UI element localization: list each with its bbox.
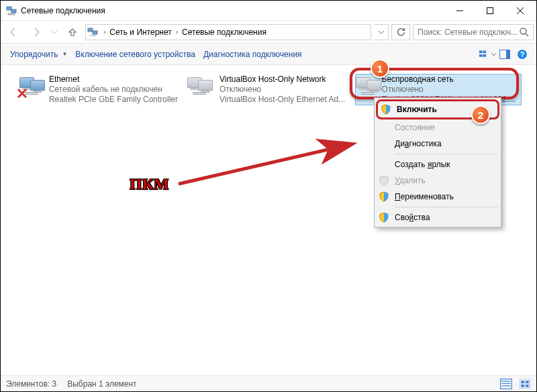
menu-delete: Удалить	[376, 173, 499, 189]
svg-rect-10	[479, 54, 483, 57]
details-view-icon[interactable]	[500, 379, 512, 389]
navigation-bar: › Сеть и Интернет › Сетевые подключения	[1, 21, 536, 44]
svg-rect-24	[521, 385, 524, 387]
search-input[interactable]	[416, 27, 518, 38]
svg-rect-1	[11, 9, 16, 13]
svg-rect-3	[487, 7, 493, 13]
svg-rect-8	[479, 50, 483, 53]
minimize-button[interactable]	[444, 1, 475, 20]
svg-rect-21	[520, 379, 531, 389]
menu-diagnose[interactable]: Диагностика	[376, 136, 499, 152]
adapter-status: Отключено	[219, 85, 345, 95]
status-selected-count: Выбран 1 элемент	[67, 379, 136, 389]
status-bar: Элементов: 3 Выбран 1 элемент	[1, 375, 536, 391]
svg-rect-4	[88, 28, 93, 32]
svg-point-7	[520, 28, 526, 34]
network-adapter-icon	[187, 75, 215, 99]
address-bar[interactable]: › Сеть и Интернет › Сетевые подключения	[85, 24, 371, 40]
enable-device-button[interactable]: Включение сетевого устройства	[71, 47, 199, 62]
menu-create-shortcut[interactable]: Создать ярлык	[376, 156, 499, 173]
adapter-name: Ethernet	[49, 75, 178, 85]
refresh-button[interactable]	[391, 24, 410, 40]
search-icon	[518, 27, 530, 38]
svg-rect-0	[7, 7, 11, 10]
shield-icon	[381, 104, 391, 115]
address-dropdown[interactable]	[374, 24, 389, 40]
network-adapter-icon	[19, 75, 45, 99]
menu-separator	[395, 154, 498, 154]
organize-button[interactable]: Упорядочить▼	[6, 47, 71, 62]
annotation-label: ПКМ	[130, 176, 169, 192]
content-area: Ethernet Сетевой кабель не подключен Rea…	[1, 65, 536, 375]
help-button[interactable]: ?	[514, 47, 531, 62]
svg-text:?: ?	[520, 50, 525, 58]
disconnected-icon	[17, 88, 28, 99]
svg-line-16	[179, 145, 348, 184]
svg-rect-6	[89, 35, 96, 36]
svg-rect-23	[526, 381, 529, 383]
view-options-button[interactable]	[479, 47, 496, 62]
search-box[interactable]	[413, 24, 534, 40]
shield-icon	[379, 175, 389, 186]
adapter-ethernet[interactable]: Ethernet Сетевой кабель не подключен Rea…	[19, 75, 178, 105]
adapter-name: VirtualBox Host-Only Network	[219, 75, 345, 85]
svg-rect-9	[483, 50, 486, 53]
status-item-count: Элементов: 3	[6, 379, 56, 389]
svg-rect-20	[501, 385, 511, 386]
svg-rect-18	[501, 381, 511, 381]
back-button[interactable]	[3, 23, 23, 41]
history-dropdown[interactable]	[49, 23, 60, 41]
maximize-button[interactable]	[475, 1, 505, 20]
diagnose-button[interactable]: Диагностика подключения	[199, 47, 306, 62]
breadcrumb-seg[interactable]: Сеть и Интернет	[108, 28, 173, 37]
annotation-badge-1: 1	[371, 59, 389, 78]
svg-rect-11	[483, 54, 486, 57]
breadcrumb-seg[interactable]: Сетевые подключения	[181, 28, 268, 37]
chevron-right-icon[interactable]: ›	[101, 28, 108, 36]
shield-icon	[379, 191, 389, 202]
forward-button[interactable]	[26, 23, 46, 41]
menu-separator	[395, 207, 498, 207]
toolbar: Упорядочить▼ Включение сетевого устройст…	[1, 44, 536, 65]
svg-rect-2	[8, 13, 15, 15]
adapter-device: VirtualBox Host-Only Ethernet Ad...	[219, 95, 345, 105]
close-button[interactable]	[505, 1, 535, 20]
titlebar: Сетевые подключения	[1, 1, 536, 21]
adapter-device: Realtek PCIe GbE Family Controller	[49, 95, 178, 105]
shield-icon	[379, 212, 389, 223]
menu-properties[interactable]: Свойства	[376, 209, 499, 226]
network-connections-icon	[6, 5, 17, 16]
adapter-virtualbox[interactable]: VirtualBox Host-Only Network Отключено V…	[187, 75, 346, 105]
preview-pane-button[interactable]	[496, 47, 514, 62]
annotation-arrow	[172, 137, 367, 191]
svg-rect-5	[93, 31, 97, 34]
svg-rect-13	[506, 50, 510, 58]
network-connections-icon	[87, 27, 98, 38]
up-button[interactable]	[62, 23, 83, 41]
adapter-status: Сетевой кабель не подключен	[49, 85, 178, 95]
large-icons-view-icon[interactable]	[519, 379, 531, 389]
window-title: Сетевые подключения	[21, 6, 444, 15]
menu-rename[interactable]: Переименовать	[376, 189, 499, 205]
svg-rect-22	[521, 381, 524, 383]
svg-rect-19	[501, 383, 511, 383]
chevron-right-icon[interactable]: ›	[173, 28, 181, 36]
annotation-badge-2: 2	[471, 105, 490, 124]
svg-rect-25	[526, 385, 529, 387]
